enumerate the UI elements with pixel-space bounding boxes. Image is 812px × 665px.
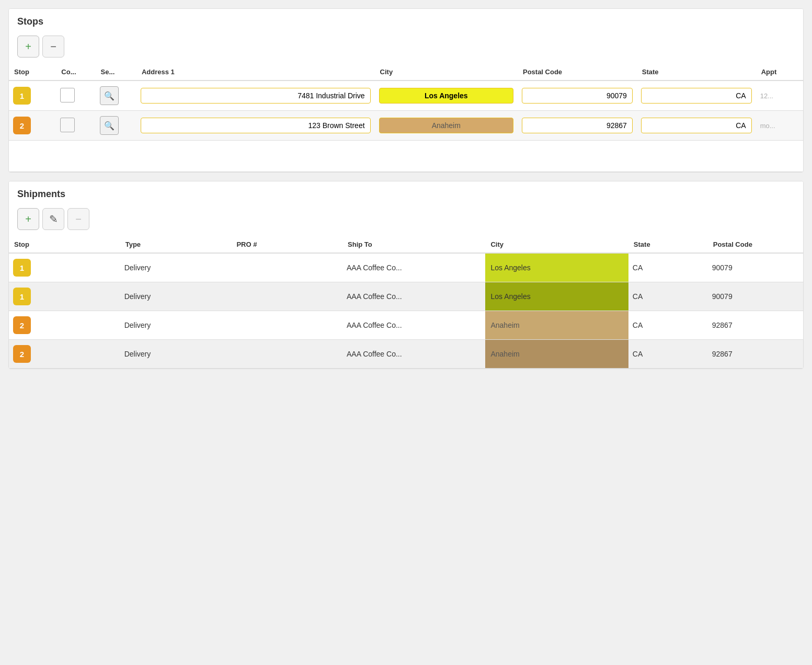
stops-section: Stops + − Stop Co... Se... Address 1 Cit…: [8, 8, 804, 173]
shipment-city-cell: Los Angeles: [485, 282, 628, 311]
shipment-postal-cell: 92867: [708, 340, 803, 369]
stop-checkbox[interactable]: [60, 88, 75, 102]
shipment-city-cell: Los Angeles: [485, 253, 628, 282]
shipments-add-button[interactable]: +: [17, 208, 39, 230]
shipment-pro-cell: [231, 311, 342, 340]
shipment-city-cell: Anaheim: [485, 311, 628, 340]
col-header-appt: Appt: [756, 64, 803, 81]
col-header-city: City: [375, 64, 518, 81]
shipment-state-cell: CA: [628, 340, 708, 369]
ship-col-header-stop: Stop: [9, 236, 120, 253]
ship-col-header-pro: PRO #: [231, 236, 342, 253]
table-row: 1🔍12...: [9, 81, 803, 111]
shipment-stop-badge: 1: [13, 288, 31, 305]
table-row: 1DeliveryAAA Coffee Co...Los AngelesCA90…: [9, 253, 803, 282]
shipment-state-cell: CA: [628, 253, 708, 282]
shipment-postal-cell: 92867: [708, 311, 803, 340]
shipments-edit-button[interactable]: ✎: [42, 208, 64, 230]
stop-appt-cell: mo...: [756, 111, 803, 141]
stops-title: Stops: [9, 9, 803, 32]
col-header-co: Co...: [56, 64, 95, 81]
shipment-shipto-cell: AAA Coffee Co...: [342, 340, 485, 369]
stops-table: Stop Co... Se... Address 1 City Postal C…: [9, 64, 803, 172]
col-header-se: Se...: [96, 64, 136, 81]
stop-badge: 1: [13, 87, 31, 105]
shipment-shipto-cell: AAA Coffee Co...: [342, 253, 485, 282]
stop-postal-input[interactable]: [522, 118, 633, 133]
stops-toolbar: + −: [9, 32, 803, 64]
shipment-postal-cell: 90079: [708, 282, 803, 311]
shipment-type-cell: Delivery: [120, 340, 232, 369]
table-row: 2🔍mo...: [9, 111, 803, 141]
shipment-stop-badge: 1: [13, 259, 31, 277]
shipment-type-cell: Delivery: [120, 311, 232, 340]
stop-city-input[interactable]: [379, 88, 513, 104]
ship-col-header-type: Type: [120, 236, 232, 253]
col-header-postal: Postal Code: [518, 64, 637, 81]
col-header-state: State: [637, 64, 756, 81]
shipment-pro-cell: [231, 340, 342, 369]
stop-appt-text: mo...: [760, 122, 775, 130]
shipment-postal-cell: 90079: [708, 253, 803, 282]
stop-postal-input[interactable]: [522, 88, 633, 104]
stop-address-input[interactable]: [141, 118, 371, 133]
shipment-city-cell: Anaheim: [485, 340, 628, 369]
shipments-remove-button[interactable]: −: [67, 208, 89, 230]
ship-col-header-postal: Postal Code: [708, 236, 803, 253]
stops-remove-button[interactable]: −: [42, 36, 64, 58]
shipment-pro-cell: [231, 282, 342, 311]
shipment-shipto-cell: AAA Coffee Co...: [342, 282, 485, 311]
table-row: 1DeliveryAAA Coffee Co...Los AngelesCA90…: [9, 282, 803, 311]
shipment-pro-cell: [231, 253, 342, 282]
stop-appt-text: 12...: [760, 92, 773, 100]
stop-checkbox[interactable]: [60, 118, 75, 132]
shipment-type-cell: Delivery: [120, 282, 232, 311]
shipment-state-cell: CA: [628, 311, 708, 340]
stop-state-input[interactable]: [641, 88, 752, 104]
stop-address-input[interactable]: [141, 88, 371, 104]
stop-state-input[interactable]: [641, 118, 752, 133]
shipment-shipto-cell: AAA Coffee Co...: [342, 311, 485, 340]
shipment-stop-badge: 2: [13, 316, 31, 334]
stop-badge: 2: [13, 117, 31, 134]
ship-col-header-state: State: [628, 236, 708, 253]
col-header-address1: Address 1: [136, 64, 375, 81]
stops-add-button[interactable]: +: [17, 36, 39, 58]
stop-search-button[interactable]: 🔍: [100, 116, 119, 135]
shipment-stop-badge: 2: [13, 345, 31, 363]
stop-search-button[interactable]: 🔍: [100, 86, 119, 105]
table-row: 2DeliveryAAA Coffee Co...AnaheimCA92867: [9, 340, 803, 369]
shipments-section: Shipments + ✎ − Stop Type PRO # Ship To …: [8, 181, 804, 369]
shipments-table: Stop Type PRO # Ship To City State Posta…: [9, 236, 803, 369]
ship-col-header-shipto: Ship To: [342, 236, 485, 253]
shipment-type-cell: Delivery: [120, 253, 232, 282]
table-row: 2DeliveryAAA Coffee Co...AnaheimCA92867: [9, 311, 803, 340]
stop-appt-cell: 12...: [756, 81, 803, 111]
stop-city-input[interactable]: [379, 118, 513, 133]
shipments-toolbar: + ✎ −: [9, 205, 803, 236]
shipment-state-cell: CA: [628, 282, 708, 311]
ship-col-header-city: City: [485, 236, 628, 253]
col-header-stop: Stop: [9, 64, 56, 81]
shipments-title: Shipments: [9, 181, 803, 205]
